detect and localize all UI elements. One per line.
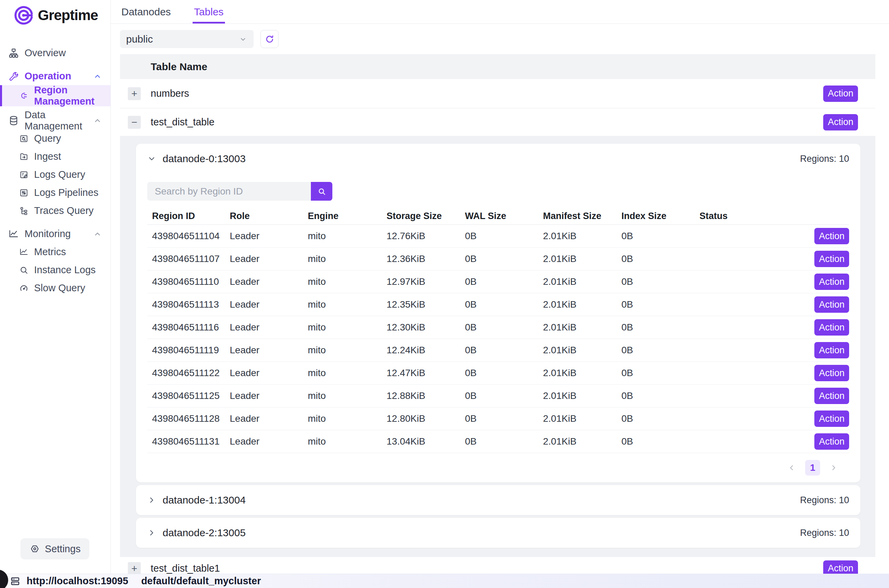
region-table: Region ID Role Engine Storage Size WAL S…: [147, 207, 849, 453]
cell-region-id: 4398046511125: [152, 390, 230, 401]
settings-label: Settings: [45, 543, 81, 555]
sidebar-item-overview[interactable]: Overview: [0, 44, 110, 62]
sidebar-item-instance-logs[interactable]: Instance Logs: [0, 261, 110, 279]
sidebar-item-slow-query[interactable]: Slow Query: [0, 279, 110, 297]
cell-wal-size: 0B: [465, 231, 543, 242]
region-search-button[interactable]: [311, 182, 332, 201]
greptime-logo-icon: [14, 6, 33, 25]
sidebar-item-logs-query[interactable]: Logs Query: [0, 166, 110, 184]
cell-storage-size: 12.30KiB: [387, 322, 465, 333]
schema-select[interactable]: public: [120, 30, 254, 48]
region-table-header: Region ID Role Engine Storage Size WAL S…: [147, 207, 849, 225]
cell-index-size: 0B: [622, 322, 700, 333]
cell-index-size: 0B: [622, 390, 700, 401]
cell-region-id: 4398046511110: [152, 276, 230, 287]
sidebar-item-label: Operation: [24, 70, 71, 82]
cell-region-id: 4398046511128: [152, 413, 230, 424]
cell-storage-size: 13.04KiB: [387, 436, 465, 447]
cell-manifest-size: 2.01KiB: [543, 254, 622, 264]
action-button[interactable]: Action: [814, 273, 849, 290]
action-button[interactable]: Action: [814, 296, 849, 313]
sidebar-item-monitoring[interactable]: Monitoring: [0, 225, 110, 243]
region-table-row: 4398046511125 Leader mito 12.88KiB 0B 2.…: [147, 385, 849, 408]
tab-tables[interactable]: Tables: [192, 2, 225, 24]
collapse-button[interactable]: −: [128, 116, 141, 129]
sidebar-item-traces-query[interactable]: Traces Query: [0, 202, 110, 220]
cell-engine: mito: [308, 345, 387, 356]
cell-region-id: 4398046511119: [152, 345, 230, 356]
cell-engine: mito: [308, 368, 387, 378]
region-table-row: 4398046511104 Leader mito 12.76KiB 0B 2.…: [147, 225, 849, 248]
cell-index-size: 0B: [622, 436, 700, 447]
settings-button[interactable]: Settings: [21, 538, 89, 560]
action-button[interactable]: Action: [823, 560, 858, 574]
cell-storage-size: 12.35KiB: [387, 299, 465, 310]
cell-region-id: 4398046511131: [152, 436, 230, 447]
expand-button[interactable]: +: [128, 87, 141, 100]
action-button[interactable]: Action: [814, 228, 849, 244]
page-1-button[interactable]: 1: [805, 460, 820, 476]
chevron-down-icon: [239, 35, 248, 44]
chevron-right-icon: [147, 528, 156, 537]
action-button[interactable]: Action: [814, 319, 849, 336]
cell-manifest-size: 2.01KiB: [543, 390, 622, 401]
status-bar: http://localhost:19095 default/default_m…: [0, 574, 889, 588]
refresh-button[interactable]: [260, 30, 278, 48]
sidebar-item-label: Slow Query: [34, 282, 85, 294]
datanode-2-header[interactable]: datanode-2:13005 Regions: 10: [136, 518, 860, 548]
next-page-button[interactable]: [830, 464, 838, 472]
cell-region-id: 4398046511116: [152, 322, 230, 333]
datanode-title: datanode-1:13004: [162, 494, 246, 506]
cell-region-id: 4398046511107: [152, 254, 230, 264]
sidebar-item-region-management[interactable]: Region Management: [0, 85, 110, 106]
cell-region-id: 4398046511113: [152, 299, 230, 310]
region-search-input[interactable]: [147, 182, 311, 201]
sidebar-item-data-management[interactable]: Data Management: [0, 111, 110, 129]
cell-engine: mito: [308, 413, 387, 424]
action-button[interactable]: Action: [814, 342, 849, 358]
chevron-up-icon: [93, 117, 102, 124]
cell-manifest-size: 2.01KiB: [543, 345, 622, 356]
action-button[interactable]: Action: [814, 434, 849, 450]
cell-wal-size: 0B: [465, 345, 543, 356]
datanode-1-panel: datanode-1:13004 Regions: 10: [136, 485, 860, 515]
traces-query-icon: [19, 206, 29, 216]
sidebar-item-operation[interactable]: Operation: [0, 67, 110, 85]
cell-engine: mito: [308, 436, 387, 447]
sidebar-item-ingest[interactable]: Ingest: [0, 147, 110, 166]
cell-region-id: 4398046511122: [152, 368, 230, 378]
cell-manifest-size: 2.01KiB: [543, 322, 622, 333]
chevron-down-icon: [147, 154, 156, 163]
action-button[interactable]: Action: [823, 86, 858, 102]
action-button[interactable]: Action: [823, 114, 858, 130]
cell-storage-size: 12.76KiB: [387, 231, 465, 242]
region-management-icon: [19, 91, 29, 100]
wrench-icon: [8, 71, 19, 82]
tab-datanodes[interactable]: Datanodes: [120, 2, 172, 24]
cluster-name[interactable]: default/default_mycluster: [141, 575, 261, 586]
expand-button[interactable]: +: [128, 562, 141, 574]
sidebar-nav: Overview Operation Region Management: [0, 39, 110, 538]
action-button[interactable]: Action: [814, 411, 849, 427]
cell-engine: mito: [308, 299, 387, 310]
cell-storage-size: 12.24KiB: [387, 345, 465, 356]
column-header: Role: [230, 211, 308, 221]
datanode-1-header[interactable]: datanode-1:13004 Regions: 10: [136, 485, 860, 515]
sidebar-item-label: Overview: [24, 47, 66, 58]
slow-query-icon: [19, 284, 29, 293]
action-button[interactable]: Action: [814, 365, 849, 381]
cell-storage-size: 12.47KiB: [387, 368, 465, 378]
sidebar-item-metrics[interactable]: Metrics: [0, 243, 110, 261]
sidebar-item-label: Instance Logs: [34, 264, 96, 276]
cell-engine: mito: [308, 254, 387, 264]
action-button[interactable]: Action: [814, 388, 849, 404]
connection-url[interactable]: http://localhost:19095: [9, 575, 128, 586]
tables-content: public Table Name + numbers Action: [111, 24, 889, 574]
datanode-0-header[interactable]: datanode-0:13003 Regions: 10: [136, 144, 860, 174]
chevron-up-icon: [93, 72, 102, 80]
cell-manifest-size: 2.01KiB: [543, 413, 622, 424]
action-button[interactable]: Action: [814, 251, 849, 267]
sidebar-item-logs-pipelines[interactable]: Logs Pipelines: [0, 184, 110, 202]
previous-page-button[interactable]: [787, 464, 796, 472]
sidebar-item-query[interactable]: Query: [0, 129, 110, 147]
